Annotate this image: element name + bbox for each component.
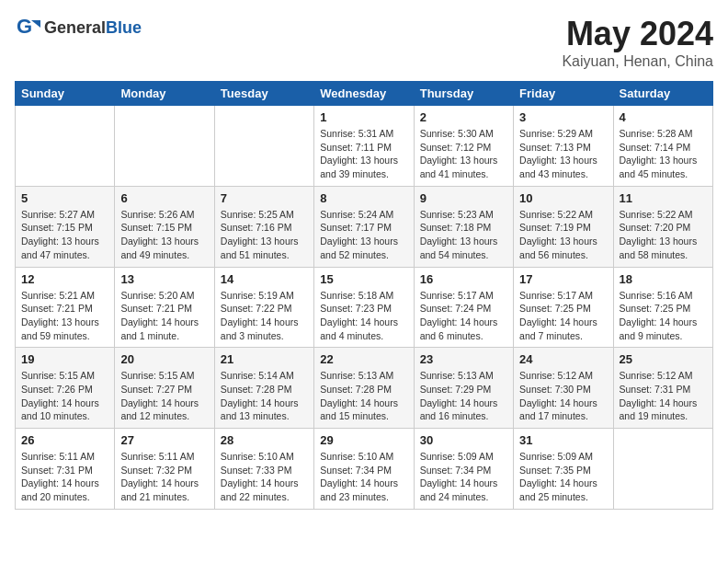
day-number: 4 [620,110,707,124]
calendar-cell: 1Sunrise: 5:31 AMSunset: 7:11 PMDaylight… [314,106,414,187]
svg-text:G: G [17,15,32,38]
calendar-week-row: 26Sunrise: 5:11 AMSunset: 7:31 PMDayligh… [16,429,713,510]
weekday-header-monday: Monday [115,82,214,106]
day-number: 3 [519,110,607,124]
day-number: 12 [21,272,108,286]
calendar-cell: 22Sunrise: 5:13 AMSunset: 7:28 PMDayligh… [314,348,414,429]
day-info: Sunrise: 5:22 AMSunset: 7:19 PMDaylight:… [519,208,607,262]
day-number: 1 [320,110,407,124]
calendar-cell: 3Sunrise: 5:29 AMSunset: 7:13 PMDaylight… [514,106,613,187]
calendar-cell [613,429,712,510]
day-number: 27 [120,433,208,447]
day-number: 29 [320,433,407,447]
day-info: Sunrise: 5:23 AMSunset: 7:18 PMDaylight:… [420,208,507,262]
day-info: Sunrise: 5:26 AMSunset: 7:15 PMDaylight:… [120,208,208,262]
calendar-cell: 4Sunrise: 5:28 AMSunset: 7:14 PMDaylight… [613,106,712,187]
day-number: 8 [320,191,407,205]
day-info: Sunrise: 5:22 AMSunset: 7:20 PMDaylight:… [620,208,707,262]
day-number: 10 [519,191,607,205]
day-number: 26 [21,433,108,447]
day-number: 17 [519,272,607,286]
calendar-cell: 15Sunrise: 5:18 AMSunset: 7:23 PMDayligh… [314,267,414,348]
day-number: 11 [620,191,707,205]
day-number: 7 [221,191,308,205]
calendar-week-row: 19Sunrise: 5:15 AMSunset: 7:26 PMDayligh… [16,348,713,429]
svg-marker-1 [31,20,40,28]
day-number: 20 [120,352,208,366]
day-info: Sunrise: 5:14 AMSunset: 7:28 PMDaylight:… [221,369,308,423]
calendar-cell: 14Sunrise: 5:19 AMSunset: 7:22 PMDayligh… [214,267,313,348]
page-header: G GeneralBlue May 2024 Kaiyuan, Henan, C… [15,15,713,70]
logo-general-text: General [44,18,106,38]
day-number: 6 [120,191,208,205]
day-number: 24 [519,352,607,366]
calendar-week-row: 12Sunrise: 5:21 AMSunset: 7:21 PMDayligh… [16,267,713,348]
calendar-cell [214,106,313,187]
day-number: 19 [21,352,108,366]
calendar-cell: 6Sunrise: 5:26 AMSunset: 7:15 PMDaylight… [115,186,214,267]
calendar-cell: 21Sunrise: 5:14 AMSunset: 7:28 PMDayligh… [214,348,313,429]
title-block: May 2024 Kaiyuan, Henan, China [562,15,713,70]
calendar-cell: 31Sunrise: 5:09 AMSunset: 7:35 PMDayligh… [514,429,613,510]
day-info: Sunrise: 5:12 AMSunset: 7:30 PMDaylight:… [519,369,607,423]
calendar-cell: 23Sunrise: 5:13 AMSunset: 7:29 PMDayligh… [414,348,513,429]
day-info: Sunrise: 5:11 AMSunset: 7:32 PMDaylight:… [120,450,208,504]
weekday-header-friday: Friday [514,82,613,106]
day-info: Sunrise: 5:15 AMSunset: 7:27 PMDaylight:… [120,369,208,423]
calendar-cell [16,106,115,187]
day-info: Sunrise: 5:13 AMSunset: 7:29 PMDaylight:… [420,369,507,423]
day-info: Sunrise: 5:10 AMSunset: 7:34 PMDaylight:… [320,450,407,504]
weekday-header-sunday: Sunday [16,82,115,106]
day-info: Sunrise: 5:19 AMSunset: 7:22 PMDaylight:… [221,289,308,343]
calendar-cell: 11Sunrise: 5:22 AMSunset: 7:20 PMDayligh… [613,186,712,267]
day-number: 21 [221,352,308,366]
day-number: 25 [620,352,707,366]
calendar-cell: 8Sunrise: 5:24 AMSunset: 7:17 PMDaylight… [314,186,414,267]
calendar-cell: 10Sunrise: 5:22 AMSunset: 7:19 PMDayligh… [514,186,613,267]
day-number: 23 [420,352,507,366]
day-number: 16 [420,272,507,286]
calendar-cell: 5Sunrise: 5:27 AMSunset: 7:15 PMDaylight… [16,186,115,267]
day-number: 22 [320,352,407,366]
calendar-week-row: 5Sunrise: 5:27 AMSunset: 7:15 PMDaylight… [16,186,713,267]
day-info: Sunrise: 5:10 AMSunset: 7:33 PMDaylight:… [221,450,308,504]
day-number: 5 [21,191,108,205]
day-info: Sunrise: 5:21 AMSunset: 7:21 PMDaylight:… [21,289,108,343]
logo: G GeneralBlue [15,15,142,40]
weekday-header-tuesday: Tuesday [214,82,313,106]
calendar-cell: 26Sunrise: 5:11 AMSunset: 7:31 PMDayligh… [16,429,115,510]
calendar-cell: 25Sunrise: 5:12 AMSunset: 7:31 PMDayligh… [613,348,712,429]
day-info: Sunrise: 5:24 AMSunset: 7:17 PMDaylight:… [320,208,407,262]
calendar-cell: 28Sunrise: 5:10 AMSunset: 7:33 PMDayligh… [214,429,313,510]
day-info: Sunrise: 5:25 AMSunset: 7:16 PMDaylight:… [221,208,308,262]
logo-icon: G [15,15,40,40]
weekday-header-row: SundayMondayTuesdayWednesdayThursdayFrid… [16,82,713,106]
day-info: Sunrise: 5:30 AMSunset: 7:12 PMDaylight:… [420,127,507,181]
calendar-cell: 20Sunrise: 5:15 AMSunset: 7:27 PMDayligh… [115,348,214,429]
calendar-cell: 16Sunrise: 5:17 AMSunset: 7:24 PMDayligh… [414,267,513,348]
day-info: Sunrise: 5:09 AMSunset: 7:35 PMDaylight:… [519,450,607,504]
calendar-cell: 27Sunrise: 5:11 AMSunset: 7:32 PMDayligh… [115,429,214,510]
day-info: Sunrise: 5:13 AMSunset: 7:28 PMDaylight:… [320,369,407,423]
calendar-cell: 29Sunrise: 5:10 AMSunset: 7:34 PMDayligh… [314,429,414,510]
calendar-table: SundayMondayTuesdayWednesdayThursdayFrid… [15,81,713,510]
day-info: Sunrise: 5:09 AMSunset: 7:34 PMDaylight:… [420,450,507,504]
calendar-cell [115,106,214,187]
day-number: 28 [221,433,308,447]
day-number: 14 [221,272,308,286]
day-info: Sunrise: 5:11 AMSunset: 7:31 PMDaylight:… [21,450,108,504]
day-number: 2 [420,110,507,124]
calendar-cell: 2Sunrise: 5:30 AMSunset: 7:12 PMDaylight… [414,106,513,187]
calendar-cell: 18Sunrise: 5:16 AMSunset: 7:25 PMDayligh… [613,267,712,348]
weekday-header-saturday: Saturday [613,82,712,106]
logo-blue-text: Blue [106,18,142,38]
month-title: May 2024 [562,15,713,53]
calendar-cell: 7Sunrise: 5:25 AMSunset: 7:16 PMDaylight… [214,186,313,267]
calendar-cell: 12Sunrise: 5:21 AMSunset: 7:21 PMDayligh… [16,267,115,348]
day-info: Sunrise: 5:17 AMSunset: 7:25 PMDaylight:… [519,289,607,343]
day-info: Sunrise: 5:16 AMSunset: 7:25 PMDaylight:… [620,289,707,343]
day-number: 18 [620,272,707,286]
calendar-cell: 9Sunrise: 5:23 AMSunset: 7:18 PMDaylight… [414,186,513,267]
day-info: Sunrise: 5:15 AMSunset: 7:26 PMDaylight:… [21,369,108,423]
location-title: Kaiyuan, Henan, China [562,53,713,70]
